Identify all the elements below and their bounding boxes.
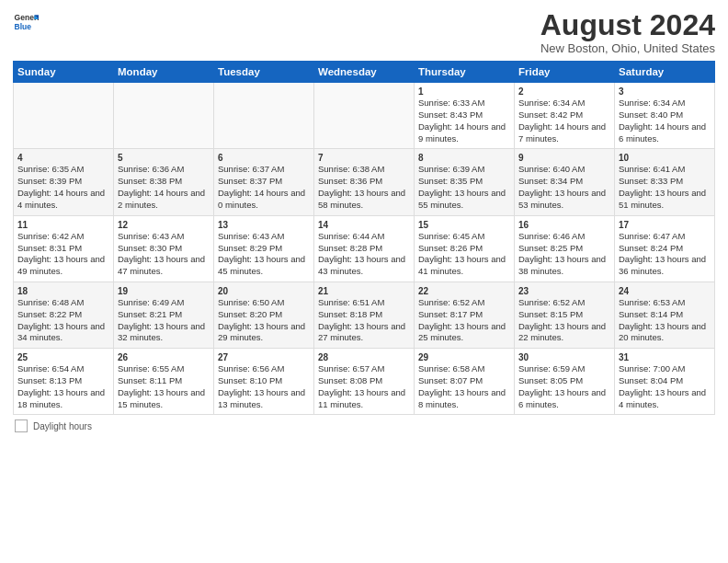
calendar-cell: 4Sunrise: 6:35 AMSunset: 8:39 PMDaylight… <box>14 149 114 215</box>
col-header-wednesday: Wednesday <box>314 62 415 83</box>
day-info: Daylight: 13 hours and 34 minutes. <box>17 321 109 345</box>
logo: General Blue <box>13 9 39 35</box>
day-info: Daylight: 13 hours and 6 minutes. <box>518 387 610 411</box>
calendar-cell: 6Sunrise: 6:37 AMSunset: 8:37 PMDaylight… <box>214 149 314 215</box>
svg-text:Blue: Blue <box>15 22 32 31</box>
day-info: Daylight: 13 hours and 45 minutes. <box>218 254 310 278</box>
col-header-thursday: Thursday <box>415 62 515 83</box>
day-info: Sunset: 8:17 PM <box>418 309 510 321</box>
day-info: Sunrise: 6:49 AM <box>118 297 210 309</box>
day-info: Sunset: 8:15 PM <box>518 309 610 321</box>
title-block: August 2024 New Boston, Ohio, United Sta… <box>540 9 715 55</box>
day-info: Sunrise: 6:39 AM <box>418 164 510 176</box>
day-info: Daylight: 13 hours and 58 minutes. <box>318 188 410 212</box>
calendar-cell: 25Sunrise: 6:54 AMSunset: 8:13 PMDayligh… <box>14 349 114 415</box>
calendar-cell: 16Sunrise: 6:46 AMSunset: 8:25 PMDayligh… <box>515 215 615 282</box>
day-info: Sunrise: 6:59 AM <box>518 363 610 375</box>
day-info: Daylight: 14 hours and 9 minutes. <box>418 121 510 145</box>
day-info: Sunrise: 6:56 AM <box>218 363 310 375</box>
day-number: 29 <box>418 352 510 362</box>
day-number: 15 <box>418 220 510 230</box>
day-number: 31 <box>619 352 711 362</box>
day-info: Daylight: 14 hours and 7 minutes. <box>518 121 610 145</box>
day-info: Sunset: 8:30 PM <box>118 243 210 255</box>
day-info: Daylight: 13 hours and 41 minutes. <box>418 254 510 278</box>
day-number: 17 <box>619 220 711 230</box>
day-info: Sunrise: 6:36 AM <box>118 164 210 176</box>
day-info: Daylight: 13 hours and 11 minutes. <box>318 387 410 411</box>
day-info: Daylight: 13 hours and 47 minutes. <box>118 254 210 278</box>
day-info: Daylight: 14 hours and 0 minutes. <box>218 188 310 212</box>
day-info: Sunset: 8:04 PM <box>619 375 711 387</box>
day-info: Sunset: 8:40 PM <box>619 109 711 121</box>
day-info: Sunrise: 6:50 AM <box>218 297 310 309</box>
day-info: Daylight: 14 hours and 6 minutes. <box>619 121 711 145</box>
day-number: 9 <box>518 153 610 163</box>
day-info: Sunrise: 6:34 AM <box>619 98 711 109</box>
day-info: Sunrise: 6:52 AM <box>518 297 610 309</box>
calendar-cell: 23Sunrise: 6:52 AMSunset: 8:15 PMDayligh… <box>515 282 615 348</box>
day-info: Sunset: 8:11 PM <box>118 375 210 387</box>
day-info: Daylight: 13 hours and 38 minutes. <box>518 254 610 278</box>
calendar-cell: 22Sunrise: 6:52 AMSunset: 8:17 PMDayligh… <box>415 282 515 348</box>
day-number: 6 <box>218 153 310 163</box>
day-info: Sunset: 8:14 PM <box>619 309 711 321</box>
day-info: Sunrise: 6:51 AM <box>318 297 410 309</box>
day-info: Sunrise: 6:43 AM <box>218 231 310 243</box>
day-info: Daylight: 14 hours and 4 minutes. <box>17 188 109 212</box>
calendar-cell: 3Sunrise: 6:34 AMSunset: 8:40 PMDaylight… <box>615 83 715 149</box>
day-info: Sunset: 8:37 PM <box>218 176 310 188</box>
day-info: Sunset: 8:35 PM <box>418 176 510 188</box>
day-info: Sunrise: 7:00 AM <box>619 363 711 375</box>
col-header-tuesday: Tuesday <box>214 62 314 83</box>
day-info: Sunset: 8:38 PM <box>118 176 210 188</box>
day-number: 30 <box>518 352 610 362</box>
day-info: Sunset: 8:26 PM <box>418 243 510 255</box>
calendar-cell: 27Sunrise: 6:56 AMSunset: 8:10 PMDayligh… <box>214 349 314 415</box>
calendar-cell: 2Sunrise: 6:34 AMSunset: 8:42 PMDaylight… <box>515 83 615 149</box>
day-info: Sunrise: 6:47 AM <box>619 231 711 243</box>
calendar-cell: 19Sunrise: 6:49 AMSunset: 8:21 PMDayligh… <box>114 282 214 348</box>
day-info: Sunset: 8:33 PM <box>619 176 711 188</box>
calendar-cell: 13Sunrise: 6:43 AMSunset: 8:29 PMDayligh… <box>214 215 314 282</box>
subtitle: New Boston, Ohio, United States <box>540 41 715 55</box>
day-number: 13 <box>218 220 310 230</box>
day-number: 10 <box>619 153 711 163</box>
day-info: Sunset: 8:13 PM <box>17 375 109 387</box>
col-header-friday: Friday <box>515 62 615 83</box>
day-info: Sunrise: 6:46 AM <box>518 231 610 243</box>
day-number: 28 <box>318 352 410 362</box>
calendar-cell: 7Sunrise: 6:38 AMSunset: 8:36 PMDaylight… <box>314 149 415 215</box>
day-number: 2 <box>518 86 610 97</box>
day-info: Sunset: 8:39 PM <box>17 176 109 188</box>
calendar-cell: 31Sunrise: 7:00 AMSunset: 8:04 PMDayligh… <box>615 349 715 415</box>
calendar-cell: 11Sunrise: 6:42 AMSunset: 8:31 PMDayligh… <box>14 215 114 282</box>
day-info: Sunset: 8:34 PM <box>518 176 610 188</box>
day-info: Sunrise: 6:35 AM <box>17 164 109 176</box>
day-info: Sunrise: 6:53 AM <box>619 297 711 309</box>
week-row-4: 18Sunrise: 6:48 AMSunset: 8:22 PMDayligh… <box>14 282 715 348</box>
day-info: Sunset: 8:18 PM <box>318 309 410 321</box>
legend-label: Daylight hours <box>33 421 92 431</box>
calendar-cell: 10Sunrise: 6:41 AMSunset: 8:33 PMDayligh… <box>615 149 715 215</box>
day-number: 7 <box>318 153 410 163</box>
day-info: Sunrise: 6:34 AM <box>518 98 610 109</box>
day-number: 23 <box>518 286 610 296</box>
col-header-sunday: Sunday <box>14 62 114 83</box>
day-number: 16 <box>518 220 610 230</box>
legend-box <box>15 419 28 432</box>
calendar-cell: 14Sunrise: 6:44 AMSunset: 8:28 PMDayligh… <box>314 215 415 282</box>
day-info: Sunset: 8:42 PM <box>518 109 610 121</box>
day-info: Daylight: 13 hours and 18 minutes. <box>17 387 109 411</box>
day-info: Sunrise: 6:41 AM <box>619 164 711 176</box>
day-info: Sunrise: 6:57 AM <box>318 363 410 375</box>
calendar-cell: 24Sunrise: 6:53 AMSunset: 8:14 PMDayligh… <box>615 282 715 348</box>
main-title: August 2024 <box>540 9 715 41</box>
day-number: 1 <box>418 86 510 97</box>
day-info: Sunset: 8:21 PM <box>118 309 210 321</box>
calendar-cell <box>214 83 314 149</box>
day-info: Sunset: 8:36 PM <box>318 176 410 188</box>
day-info: Sunrise: 6:52 AM <box>418 297 510 309</box>
calendar-table: SundayMondayTuesdayWednesdayThursdayFrid… <box>13 61 715 415</box>
week-row-5: 25Sunrise: 6:54 AMSunset: 8:13 PMDayligh… <box>14 349 715 415</box>
